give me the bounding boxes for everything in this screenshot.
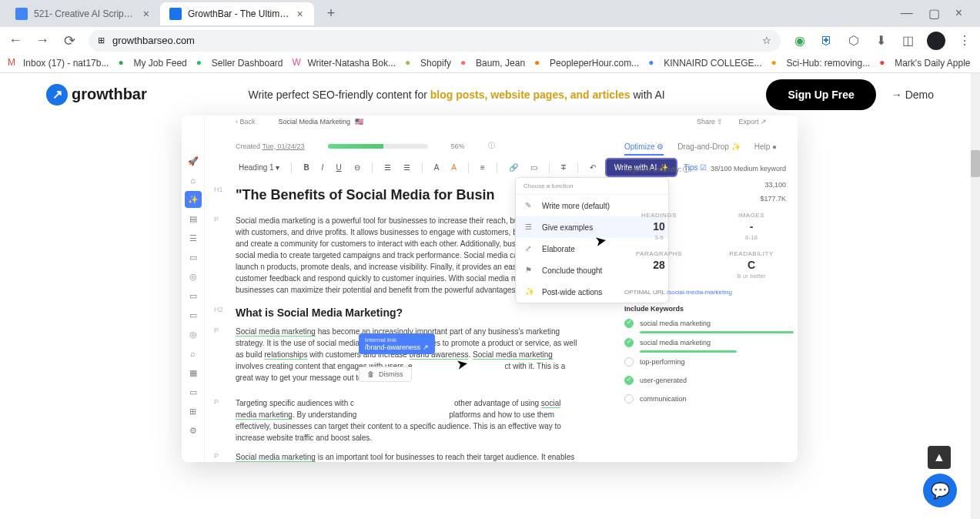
align-button[interactable]: ≡ — [477, 162, 488, 173]
new-tab-button[interactable]: + — [320, 3, 342, 25]
heading-2[interactable]: What is Social Media Marketing? — [236, 305, 582, 321]
menu-icon[interactable]: ⋮ — [957, 33, 972, 49]
check-icon — [624, 319, 634, 328]
address-bar: ← → ⟳ ⊞ growthbarseo.com ☆ ◉ ⛨ ⬡ ⬇ ◫ ⋮ — [0, 27, 980, 54]
stat-row: 33,100 — [624, 181, 786, 189]
bookmark-item[interactable]: WWriter-Natasha Bok... — [293, 57, 396, 69]
highlight-button[interactable]: A — [448, 162, 460, 173]
scrollbar-track[interactable] — [971, 73, 980, 519]
card-icon[interactable]: ▭ — [185, 287, 202, 304]
export-button[interactable]: Export ↗ — [738, 118, 767, 126]
signup-button[interactable]: Sign Up Free — [766, 79, 875, 110]
tab-optimize[interactable]: Optimize ⚙ — [624, 142, 664, 156]
bullet-list-button[interactable]: ☰ — [381, 162, 394, 173]
bold-button[interactable]: B — [300, 162, 312, 173]
heading-dropdown[interactable]: Heading 1 ▾ — [236, 162, 283, 173]
tab-inactive[interactable]: 521- Creative AI Script Writers I × — [6, 2, 160, 25]
close-window-icon[interactable]: × — [955, 6, 962, 21]
keyword-highlight[interactable]: relationships — [264, 350, 307, 360]
tab-favicon — [169, 8, 182, 20]
image-button[interactable]: ▭ — [527, 162, 540, 173]
share-button[interactable]: Share ⇧ — [697, 118, 724, 126]
bookmark-item[interactable]: ●PeopleperHour.com... — [534, 57, 639, 69]
url-input[interactable]: ⊞ growthbarseo.com ☆ — [89, 30, 781, 52]
chat-button[interactable]: 💬 — [923, 474, 957, 507]
chart-icon[interactable]: ▦ — [185, 364, 202, 381]
profile-avatar[interactable] — [927, 32, 945, 50]
keyword-item[interactable]: top-performing — [624, 357, 786, 367]
p-marker: P — [214, 215, 219, 226]
keyword-item[interactable]: social media marketing — [624, 319, 786, 328]
bookmark-item[interactable]: ●Sci-Hub: removing... — [771, 57, 871, 69]
bookmark-item[interactable]: ●My Job Feed — [118, 57, 186, 69]
demo-link[interactable]: → Demo — [891, 89, 934, 101]
rocket-icon[interactable]: 🚀 — [185, 152, 202, 169]
bookmark-item[interactable]: ●Seller Dashboard — [196, 57, 283, 69]
close-icon[interactable]: × — [141, 8, 151, 20]
image-icon[interactable]: ▭ — [185, 249, 202, 266]
minimize-icon[interactable]: — — [901, 6, 913, 21]
search-icon[interactable]: ⌕ — [185, 345, 202, 362]
bookmark-item[interactable]: ●Mark's Daily Apple — [879, 57, 970, 69]
tab-active[interactable]: GrowthBar - The Ultimate AI W × — [160, 2, 314, 25]
underline-button[interactable]: U — [333, 162, 344, 173]
sidepanel-icon[interactable]: ◫ — [900, 33, 915, 49]
grid-icon[interactable]: ⊞ — [185, 403, 202, 420]
settings-icon[interactable]: ⚙ — [185, 422, 202, 439]
logo[interactable]: ↗ growthbar — [46, 84, 147, 105]
bookmark-item[interactable]: ●Baum, Jean — [460, 57, 525, 69]
bookmark-item[interactable]: ●Shopify — [405, 57, 451, 69]
back-button[interactable]: ← — [8, 33, 23, 49]
bookmark-item[interactable]: MInbox (17) - nat17b... — [8, 57, 109, 69]
keyword-item[interactable]: communication — [624, 394, 786, 403]
extension-icon[interactable]: ◉ — [792, 33, 808, 49]
undo-button[interactable]: ↶ — [587, 162, 599, 173]
internal-link-popup[interactable]: Internal link /brand-awareness ↗ — [359, 333, 435, 354]
bookmark-icon: ● — [648, 57, 661, 69]
site-info-icon[interactable]: ⊞ — [98, 35, 105, 45]
strike-button[interactable]: ⊖ — [351, 162, 363, 173]
note-icon[interactable]: ▭ — [185, 306, 202, 323]
tab-help[interactable]: Help ● — [754, 142, 777, 156]
keyword-highlight[interactable]: Social media marketing — [236, 327, 316, 337]
home-icon[interactable]: ⌂ — [185, 172, 202, 189]
download-icon[interactable]: ⬇ — [873, 33, 888, 49]
keyword-highlight[interactable]: Social media marketing — [236, 453, 316, 462]
keyword-highlight[interactable]: Social media marketing — [473, 350, 553, 360]
stat-paragraphs: PARAGRAPHS 28 — [624, 250, 694, 280]
close-icon[interactable]: × — [295, 8, 305, 20]
extensions-icon[interactable]: ⬡ — [846, 33, 861, 49]
scroll-top-button[interactable]: ▲ — [928, 446, 951, 469]
h2-marker: H2 — [214, 305, 223, 316]
bookmark-icon: ● — [771, 57, 784, 69]
number-list-button[interactable]: ☰ — [400, 162, 413, 173]
scrollbar-thumb[interactable] — [971, 150, 980, 177]
popup-url[interactable]: /brand-awareness ↗ — [365, 343, 429, 351]
maximize-icon[interactable]: ▢ — [928, 6, 940, 21]
left-rail: 🚀 ⌂ ✨ ▤ ☰ ▭ ◎ ▭ ▭ ◎ ⌕ ▦ ▭ ⊞ ⚙ — [182, 116, 205, 462]
italic-button[interactable]: I — [319, 162, 327, 173]
folder-icon[interactable]: ▭ — [185, 383, 202, 400]
reload-button[interactable]: ⟳ — [62, 33, 77, 49]
p-marker: P — [214, 397, 219, 408]
forward-button[interactable]: → — [35, 33, 50, 49]
dismiss-popup[interactable]: 🗑 Dismiss — [359, 367, 412, 382]
list-icon[interactable]: ☰ — [185, 229, 202, 246]
target-icon[interactable]: ◎ — [185, 326, 202, 343]
link-button[interactable]: 🔗 — [506, 162, 521, 173]
created-label: Created Tue, 01/24/23 — [236, 142, 305, 150]
clear-button[interactable]: T̶ — [558, 162, 569, 173]
idea-icon[interactable]: ◎ — [185, 268, 202, 285]
keyword-item[interactable]: social media marketing — [624, 338, 786, 347]
optimize-sidebar: Optimize ⚙ Drag-and-Drop ✨ Help ● Keywor… — [624, 142, 786, 407]
bookmark-item[interactable]: ●KINNAIRD COLLEGE... — [648, 57, 761, 69]
magic-icon[interactable]: ✨ — [185, 191, 202, 208]
color-button[interactable]: A — [431, 162, 443, 173]
keyword-item[interactable]: user-generated — [624, 376, 786, 385]
tab-drag-drop[interactable]: Drag-and-Drop ✨ — [677, 142, 740, 156]
back-link[interactable]: ‹ Back — [236, 118, 256, 126]
info-icon[interactable]: ⓘ — [488, 141, 495, 151]
doc-icon[interactable]: ▤ — [185, 210, 202, 227]
star-icon[interactable]: ☆ — [762, 35, 771, 46]
extension-icon[interactable]: ⛨ — [819, 33, 835, 49]
